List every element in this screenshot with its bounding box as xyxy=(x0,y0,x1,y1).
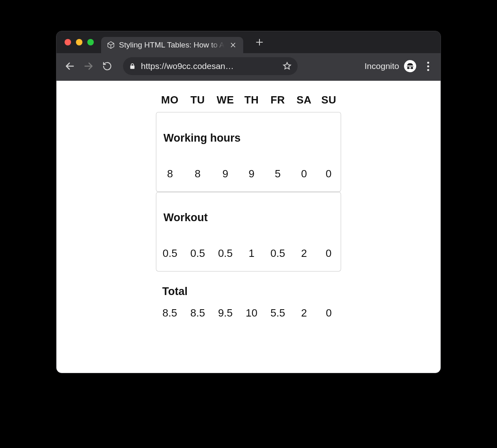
tab-strip: Styling HTML Tables: How to A xyxy=(56,31,441,53)
maximize-window-button[interactable] xyxy=(87,39,94,45)
new-tab-button[interactable] xyxy=(254,37,265,48)
group-values-row: 0.5 0.5 0.5 1 0.5 2 0 xyxy=(156,236,341,271)
hours-table: MO TU WE TH FR SA SU Working hours 8 8 9 xyxy=(156,90,341,324)
url-text: https://wo9cc.codesan… xyxy=(141,61,277,71)
col-th: TH xyxy=(239,90,264,112)
col-su: SU xyxy=(316,90,341,112)
browser-window: Styling HTML Tables: How to A xyxy=(56,31,441,373)
group-workout: Workout 0.5 0.5 0.5 1 0.5 2 0 xyxy=(156,192,341,272)
window-controls xyxy=(65,39,94,45)
group-values-row: 8 8 9 9 5 0 0 xyxy=(156,156,341,192)
group-label-row: Total xyxy=(156,271,341,302)
cell: 5.5 xyxy=(264,302,292,324)
cell: 0.5 xyxy=(212,236,239,271)
col-tu: TU xyxy=(184,90,212,112)
cell: 8 xyxy=(156,156,184,192)
browser-toolbar: https://wo9cc.codesan… Incognito xyxy=(56,53,441,81)
cell: 1 xyxy=(239,236,264,271)
cell: 9 xyxy=(212,156,239,192)
table-header-row: MO TU WE TH FR SA SU xyxy=(156,90,341,112)
col-we: WE xyxy=(212,90,239,112)
address-bar[interactable]: https://wo9cc.codesan… xyxy=(123,57,298,75)
cell: 0.5 xyxy=(184,236,212,271)
cell: 9.5 xyxy=(212,302,239,324)
cell: 0.5 xyxy=(156,236,184,271)
codesandbox-favicon-icon xyxy=(107,41,115,49)
cell: 0 xyxy=(316,156,341,192)
back-button[interactable] xyxy=(64,60,76,72)
cell: 0 xyxy=(316,236,341,271)
minimize-window-button[interactable] xyxy=(76,39,82,45)
group-label: Working hours xyxy=(156,112,341,156)
col-fr: FR xyxy=(264,90,292,112)
page-content: MO TU WE TH FR SA SU Working hours 8 8 9 xyxy=(56,81,441,373)
group-total: Total 8.5 8.5 9.5 10 5.5 2 0 xyxy=(156,271,341,324)
group-label: Total xyxy=(156,271,341,302)
group-values-row: 8.5 8.5 9.5 10 5.5 2 0 xyxy=(156,302,341,324)
browser-tab[interactable]: Styling HTML Tables: How to A xyxy=(101,37,243,53)
cell: 8 xyxy=(184,156,212,192)
close-window-button[interactable] xyxy=(65,39,71,45)
col-mo: MO xyxy=(156,90,184,112)
cell: 2 xyxy=(292,302,316,324)
incognito-icon[interactable] xyxy=(404,60,416,72)
close-tab-button[interactable] xyxy=(229,41,238,50)
forward-button[interactable] xyxy=(82,60,95,72)
browser-menu-button[interactable] xyxy=(423,61,433,71)
group-label-row: Workout xyxy=(156,192,341,236)
reload-button[interactable] xyxy=(101,60,113,72)
lock-icon xyxy=(129,62,136,70)
bookmark-star-icon[interactable] xyxy=(282,61,292,71)
col-sa: SA xyxy=(292,90,316,112)
tab-title: Styling HTML Tables: How to A xyxy=(119,41,225,50)
cell: 8.5 xyxy=(184,302,212,324)
cell: 10 xyxy=(239,302,264,324)
group-label: Workout xyxy=(156,192,341,236)
group-label-row: Working hours xyxy=(156,112,341,156)
incognito-label: Incognito xyxy=(365,61,399,71)
cell: 0 xyxy=(292,156,316,192)
cell: 0.5 xyxy=(264,236,292,271)
cell: 5 xyxy=(264,156,292,192)
cell: 0 xyxy=(316,302,341,324)
cell: 9 xyxy=(239,156,264,192)
group-working-hours: Working hours 8 8 9 9 5 0 0 xyxy=(156,112,341,192)
cell: 8.5 xyxy=(156,302,184,324)
cell: 2 xyxy=(292,236,316,271)
incognito-indicator: Incognito xyxy=(365,60,416,72)
